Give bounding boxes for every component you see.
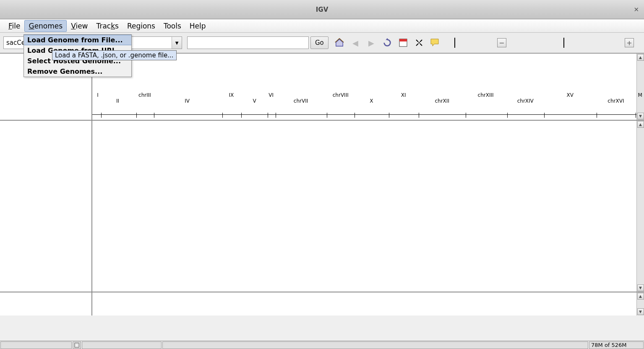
main-content: IIIchrIIIIVIXVVIchrVIIchrVIIIXXIchrXIIch…	[0, 54, 644, 341]
scroll-up-button[interactable]	[637, 293, 644, 300]
ruler-tick	[544, 113, 545, 118]
menu-item-load-genome-from-file[interactable]: Load Genome from File...	[24, 35, 131, 45]
region-icon[interactable]	[398, 38, 408, 48]
separator-line	[454, 38, 455, 48]
vertical-scrollbar[interactable]	[636, 292, 644, 315]
window-titlebar: IGV ✕	[0, 0, 644, 19]
ruler-tick	[241, 113, 242, 118]
window-close-button[interactable]: ✕	[634, 6, 639, 13]
back-icon[interactable]: ◀	[350, 38, 360, 48]
zoom-out-button[interactable]: −	[497, 38, 506, 47]
chromosome-ruler[interactable]: IIIchrIIIIVIXVVIchrVIIchrVIIIXXIchrXIIch…	[92, 54, 644, 120]
ruler-tick	[327, 113, 327, 118]
scroll-down-button[interactable]	[637, 284, 644, 291]
vertical-scrollbar[interactable]	[636, 121, 644, 292]
zoom-in-button[interactable]: +	[625, 38, 634, 47]
feature-panel	[0, 292, 644, 315]
chromosome-label[interactable]: chrXIV	[517, 98, 534, 104]
ruler-tick	[466, 113, 466, 118]
chromosome-label[interactable]: II	[116, 98, 119, 104]
chromosome-label[interactable]: XV	[567, 92, 574, 98]
ruler-tick	[222, 113, 223, 118]
svg-rect-1	[399, 39, 407, 41]
ruler-tick	[136, 113, 137, 118]
status-cell	[82, 341, 162, 349]
ruler-tick	[101, 113, 102, 118]
location-input[interactable]	[187, 36, 309, 49]
scroll-up-button[interactable]	[637, 54, 644, 61]
track-name-column	[0, 121, 92, 292]
ruler-tick	[636, 113, 636, 118]
scroll-down-button[interactable]	[637, 113, 644, 119]
zoom-slider-track[interactable]	[510, 41, 560, 44]
track-name-column	[0, 292, 92, 315]
data-tracks-area[interactable]	[92, 121, 644, 292]
vertical-scrollbar[interactable]	[636, 54, 644, 120]
home-icon[interactable]	[334, 38, 344, 48]
chromosome-label[interactable]: IX	[229, 92, 234, 98]
scroll-up-button[interactable]	[637, 121, 644, 128]
chromosome-label[interactable]: M	[638, 92, 642, 98]
separator-line	[563, 38, 564, 48]
memory-status: 78M of 526M	[589, 341, 644, 349]
chromosome-label[interactable]: chrXII	[435, 98, 449, 104]
menu-regions[interactable]: Regions	[123, 20, 159, 32]
chromosome-label[interactable]: X	[370, 98, 373, 104]
data-panel	[0, 121, 644, 292]
menu-file[interactable]: File	[4, 20, 24, 32]
menu-genomes[interactable]: Genomes	[24, 20, 67, 32]
status-message	[162, 341, 588, 349]
chromosome-label[interactable]: XI	[401, 92, 406, 98]
menu-tracks[interactable]: Tracks	[92, 20, 123, 32]
ruler-tick	[597, 113, 597, 118]
window-title: IGV	[316, 6, 329, 13]
menu-item-tooltip: Load a FASTA, .json, or .genome file...	[52, 50, 177, 60]
go-button[interactable]: Go	[310, 36, 329, 49]
scroll-down-button[interactable]	[637, 308, 644, 315]
ruler-tick	[355, 113, 355, 118]
chromosome-label[interactable]: chrVIII	[333, 92, 349, 98]
menu-view[interactable]: View	[67, 20, 92, 32]
chromosome-label[interactable]: IV	[185, 98, 190, 104]
forward-icon[interactable]: ▶	[366, 38, 376, 48]
status-cell	[0, 341, 72, 349]
fit-icon[interactable]	[414, 38, 424, 48]
menu-help[interactable]: Help	[185, 20, 210, 32]
menubar: FileGenomesViewTracksRegionsToolsHelp	[0, 19, 644, 33]
tooltip-icon[interactable]	[430, 38, 440, 48]
chromosome-label[interactable]: chrXVI	[607, 98, 624, 104]
ruler-tick	[154, 113, 154, 118]
ruler-tick	[507, 113, 508, 118]
menu-tools[interactable]: Tools	[159, 20, 185, 32]
ruler-tick	[389, 113, 389, 118]
chromosome-label[interactable]: chrIII	[138, 92, 151, 98]
chromosome-label[interactable]: chrXIII	[478, 92, 494, 98]
toolbar-icons: ◀ ▶	[334, 38, 455, 48]
ruler-tick	[419, 113, 419, 118]
feature-tracks-area[interactable]	[92, 292, 644, 315]
chromosome-label[interactable]: VI	[269, 92, 274, 98]
ruler-tick	[276, 113, 276, 118]
chromosome-label[interactable]: V	[253, 98, 256, 104]
menu-item-remove-genomes[interactable]: Remove Genomes...	[24, 66, 131, 77]
status-toggle[interactable]	[73, 341, 81, 349]
chromosome-label[interactable]: chrVII	[294, 98, 308, 104]
ruler-tick	[268, 113, 268, 118]
statusbar: 78M of 526M	[0, 341, 644, 349]
chromosome-label[interactable]: I	[97, 92, 99, 98]
refresh-icon[interactable]	[382, 38, 392, 48]
ruler-baseline	[92, 114, 644, 115]
svg-point-2	[418, 42, 420, 44]
chevron-down-icon[interactable]: ▼	[172, 37, 182, 49]
